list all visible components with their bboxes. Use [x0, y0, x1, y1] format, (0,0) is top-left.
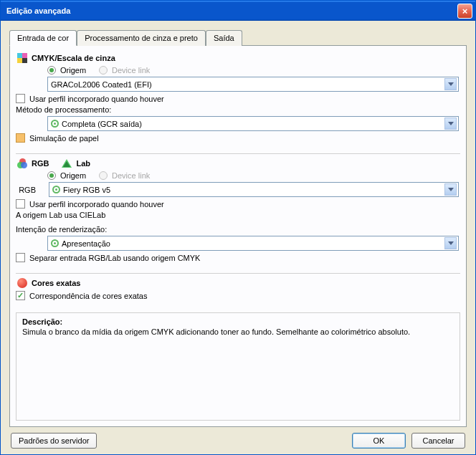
titlebar: Edição avançada ×: [1, 1, 475, 21]
paper-sim-checkbox[interactable]: [16, 133, 25, 143]
cmyk-embedded-checkbox[interactable]: [16, 94, 25, 103]
spot-heading: Cores exatas: [32, 279, 81, 287]
separate-rgb-label: Separar entrada RGB/Lab usando origem CM…: [29, 254, 200, 262]
rgb-side-label: RGB: [19, 186, 36, 194]
rgb-profile-value: Fiery RGB v5: [63, 186, 110, 194]
cmyk-method-select[interactable]: Completa (GCR saída): [47, 116, 459, 131]
cmyk-source-label: Origem: [60, 66, 86, 75]
tab-panel-color-input: CMYK/Escala de cinza Origem Device link …: [9, 45, 467, 427]
rgb-profile-select[interactable]: Fiery RGB v5: [49, 182, 459, 197]
spot-match-checkbox[interactable]: [16, 291, 25, 300]
cmyk-devicelink-label: Device link: [112, 66, 150, 75]
cmyk-method-label: Método de processamento:: [16, 105, 111, 114]
rgb-heading-row: RGB Lab: [16, 158, 460, 168]
rgb-embedded-label: Usar perfil incorporado quando houver: [29, 200, 164, 209]
cmyk-embedded-label: Usar perfil incorporado quando houver: [29, 95, 164, 103]
rgb-heading: RGB: [32, 159, 49, 168]
rendering-intent-label: Intenção de renderização:: [16, 225, 107, 234]
cmyk-source-radio[interactable]: [47, 66, 56, 75]
dialog-window: Edição avançada × Entrada de cor Process…: [0, 0, 476, 455]
tab-bar: Entrada de cor Processamento de cinza e …: [9, 29, 467, 45]
rendering-intent-value: Apresentação: [62, 239, 110, 248]
description-title: Descrição:: [22, 317, 454, 326]
close-button[interactable]: ×: [457, 4, 472, 19]
description-body: Simula o branco da mídia da origem CMYK …: [22, 327, 454, 336]
rgb-devicelink-radio: [99, 171, 108, 180]
rgb-embedded-checkbox[interactable]: [16, 199, 25, 209]
cmyk-devicelink-radio: [99, 66, 108, 75]
paper-sim-label: Simulação de papel: [29, 134, 99, 143]
tab-gray-black[interactable]: Processamento de cinza e preto: [77, 30, 206, 46]
cmyk-source-row: Origem Device link: [47, 66, 460, 75]
cmyk-profile-select[interactable]: GRACoL2006 Coated1 (EFI): [47, 77, 459, 92]
divider: [16, 273, 460, 274]
lab-icon: [62, 158, 72, 168]
spot-section: Cores exatas Correspondência de cores ex…: [16, 277, 460, 308]
dropdown-arrow-icon: [444, 183, 457, 196]
rgb-source-row: Origem Device link: [47, 171, 460, 180]
cmyk-heading: CMYK/Escala de cinza: [32, 54, 115, 62]
dropdown-arrow-icon: [444, 78, 457, 90]
cancel-button[interactable]: Cancelar: [411, 433, 465, 449]
tab-color-input[interactable]: Entrada de cor: [9, 30, 77, 46]
lab-heading: Lab: [76, 159, 90, 168]
server-defaults-button[interactable]: Padrões do servidor: [11, 433, 97, 449]
ok-button[interactable]: OK: [352, 433, 406, 449]
cmyk-section: CMYK/Escala de cinza Origem Device link …: [16, 52, 460, 150]
cmyk-heading-row: CMYK/Escala de cinza: [16, 53, 460, 63]
divider: [16, 153, 460, 154]
rgb-devicelink-label: Device link: [112, 171, 150, 180]
rgb-icon: [17, 158, 27, 168]
lab-note: A origem Lab usa CIELab: [16, 211, 105, 219]
status-dot-icon: [51, 120, 59, 128]
cmyk-method-value: Completa (GCR saída): [62, 120, 142, 128]
rendering-intent-select[interactable]: Apresentação: [47, 236, 459, 251]
tab-output[interactable]: Saída: [206, 30, 242, 46]
spot-heading-row: Cores exatas: [16, 278, 460, 288]
cmyk-icon: [17, 53, 27, 63]
rgb-section: RGB Lab Origem Device link RGB: [16, 157, 460, 270]
dropdown-arrow-icon: [444, 237, 457, 249]
status-dot-icon: [51, 239, 59, 247]
content-area: Entrada de cor Processamento de cinza e …: [1, 21, 475, 454]
dropdown-arrow-icon: [444, 118, 457, 130]
rgb-source-radio[interactable]: [47, 171, 56, 180]
window-title: Edição avançada: [6, 6, 457, 15]
status-dot-icon: [52, 186, 60, 193]
footer: Padrões do servidor OK Cancelar: [9, 427, 467, 449]
cmyk-profile-value: GRACoL2006 Coated1 (EFI): [51, 80, 152, 89]
spot-match-label: Correspondência de cores exatas: [29, 292, 147, 300]
description-box: Descrição: Simula o branco da mídia da o…: [16, 312, 460, 421]
spot-color-icon: [17, 278, 27, 288]
rgb-source-label: Origem: [60, 171, 86, 180]
separate-rgb-checkbox[interactable]: [16, 253, 25, 262]
